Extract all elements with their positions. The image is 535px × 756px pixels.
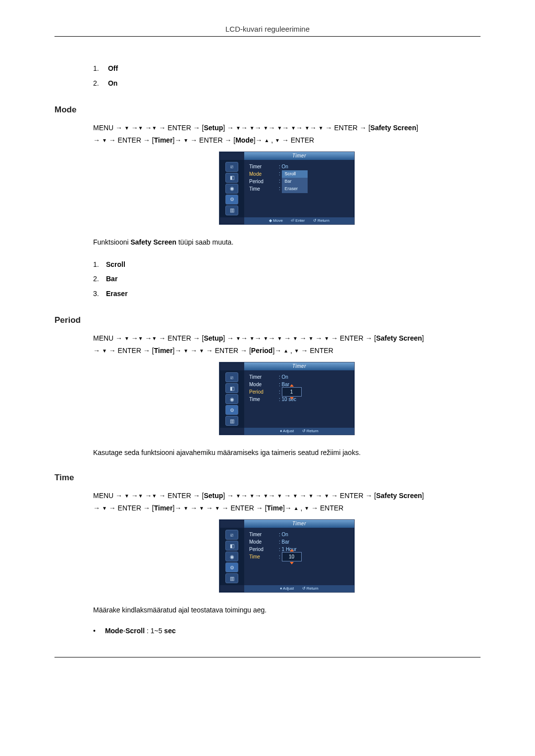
- down-arrow-icon: [319, 124, 323, 132]
- osd-row-value: : 1: [279, 387, 302, 397]
- osd-icon-column: ⎚ ◧ ◉ ⚙ ▥: [219, 370, 244, 428]
- down-arrow-icon: [152, 492, 157, 500]
- nav-text: → ENTER → [: [331, 334, 376, 342]
- nav-text: ]→: [283, 504, 292, 512]
- osd-tab-icon: ▥: [225, 573, 238, 583]
- time-bullet-list: Mode-Scroll : 1~5 sec: [93, 625, 481, 637]
- down-arrow-icon: [102, 347, 107, 354]
- down-arrow-icon: [183, 347, 188, 354]
- osd-tab-icon: ⎚: [225, 530, 238, 540]
- down-arrow-icon: [277, 492, 282, 500]
- osd-footer-hint: ◆ Move: [269, 218, 283, 223]
- text: : 1~5: [145, 627, 164, 635]
- osd-row-label: Time: [249, 553, 279, 561]
- nav-key: Timer: [154, 136, 173, 144]
- mode-description: Funktsiooni Safety Screen tüüpi saab muu…: [93, 237, 481, 249]
- down-arrow-icon: [199, 504, 204, 512]
- down-arrow-icon: [236, 492, 241, 500]
- text: tüüpi saab muuta.: [176, 238, 233, 246]
- osd-rows: Timer: On Mode: Bar Period: 1 Time: 10 s…: [244, 370, 354, 428]
- bold-text: Safety Screen: [130, 238, 176, 246]
- nav-text: → ENTER → [: [222, 504, 267, 512]
- list-label: Off: [108, 64, 118, 72]
- osd-icon-column: ⎚ ◧ ◉ ⚙ ▥: [219, 528, 244, 585]
- nav-text: ]→: [272, 347, 281, 354]
- nav-key: Setup: [204, 124, 223, 132]
- osd-row-value: : Eraser: [279, 184, 308, 193]
- down-arrow-icon: [294, 347, 299, 354]
- nav-text: → ENTER → [: [159, 334, 204, 342]
- down-arrow-icon: [250, 124, 255, 132]
- down-arrow-icon: [215, 504, 220, 512]
- osd-body: ⎚ ◧ ◉ ⚙ ▥ Timer : On Mode : Scroll: [219, 160, 354, 217]
- section-heading-period: Period: [54, 315, 481, 325]
- osd-tab-icon: ▥: [225, 205, 238, 215]
- osd-value: 10: [289, 554, 294, 559]
- nav-text: → ENTER: [311, 504, 343, 512]
- down-arrow-icon: [264, 124, 268, 132]
- osd-tab-icon: ◧: [225, 541, 238, 551]
- down-arrow-icon: [324, 334, 329, 342]
- osd-rows: Timer: On Mode: Bar Period: 1 Hour Time:…: [244, 528, 354, 585]
- bold-text: sec: [164, 627, 175, 635]
- osd-row-label: Time: [249, 185, 279, 193]
- osd-tab-icon: ⚙: [225, 562, 238, 572]
- menu-nav-sequence-mode: MENU → → → → ENTER → [Setup] → → → → → →…: [93, 122, 481, 147]
- list-number: 1.: [93, 259, 106, 271]
- down-arrow-icon: [309, 492, 314, 500]
- nav-text: ] →: [223, 334, 234, 342]
- osd-footer: ♦ Adjust ↺ Return: [244, 585, 354, 592]
- osd-tab-icon: ◧: [225, 383, 238, 393]
- osd-body: ⎚ ◧ ◉ ⚙ ▥ Timer: On Mode: Bar Period: 1 …: [219, 370, 354, 428]
- osd-row: Period: 1: [249, 388, 350, 396]
- osd-row: Timer: On: [249, 531, 350, 538]
- menu-nav-sequence-time: MENU → → → → ENTER → [Setup] → → → → → →…: [93, 490, 481, 514]
- osd-row: Time: 10: [249, 553, 350, 560]
- osd-rows: Timer : On Mode : Scroll Period : Bar: [244, 160, 354, 217]
- nav-key: Timer: [154, 504, 173, 512]
- up-arrow-icon: [283, 347, 288, 354]
- down-arrow-icon: [236, 124, 241, 132]
- osd-footer-hint: ♦ Adjust: [280, 586, 294, 591]
- nav-text: → ENTER: [301, 347, 333, 354]
- down-arrow-icon: [309, 334, 314, 342]
- osd-tab-icon: ◉: [225, 394, 238, 404]
- down-arrow-icon: [293, 492, 298, 500]
- nav-text: →: [310, 124, 317, 132]
- nav-text: → ENTER → [: [159, 492, 204, 500]
- down-arrow-icon: [236, 334, 241, 342]
- footer-rule: [54, 657, 481, 657]
- list-number: 3.: [93, 288, 106, 300]
- nav-key: Safety Screen: [371, 124, 417, 132]
- nav-text: →: [241, 124, 248, 132]
- osd-screenshot-mode: Timer ⎚ ◧ ◉ ⚙ ▥ Timer : On: [93, 151, 481, 226]
- nav-text: ]: [422, 492, 424, 500]
- down-arrow-icon: [324, 492, 329, 500]
- down-arrow-icon: [275, 136, 280, 144]
- nav-text: →: [190, 504, 197, 512]
- osd-panel: Timer ⎚ ◧ ◉ ⚙ ▥ Timer: On Mode: Bar Peri…: [219, 362, 355, 435]
- nav-text: →: [268, 124, 275, 132]
- down-arrow-icon: [138, 124, 143, 132]
- list-item: 1.Scroll: [93, 257, 481, 272]
- list-label: Eraser: [106, 290, 128, 298]
- nav-text: ] →: [223, 492, 234, 500]
- up-triangle-icon: [290, 384, 294, 387]
- osd-row-value: : 10: [279, 552, 302, 561]
- down-arrow-icon: [293, 334, 298, 342]
- nav-text: ]: [416, 124, 418, 132]
- osd-option: Eraser: [282, 185, 308, 193]
- osd-footer-hint: ↺ Return: [302, 429, 319, 433]
- list-item: 3.Eraser: [93, 287, 481, 302]
- osd-tab-icon: ◧: [225, 173, 238, 183]
- down-arrow-icon: [138, 492, 143, 500]
- osd-title: Timer: [244, 362, 354, 370]
- osd-icon-column: ⎚ ◧ ◉ ⚙ ▥: [219, 160, 244, 217]
- nav-text: ]→: [173, 347, 182, 354]
- down-arrow-icon: [250, 334, 255, 342]
- osd-title: Timer: [244, 520, 354, 528]
- nav-text: ,: [301, 504, 303, 512]
- osd-value-box: 10: [282, 552, 302, 561]
- nav-text: MENU →: [93, 124, 122, 132]
- list-item: 1. Off: [93, 61, 481, 76]
